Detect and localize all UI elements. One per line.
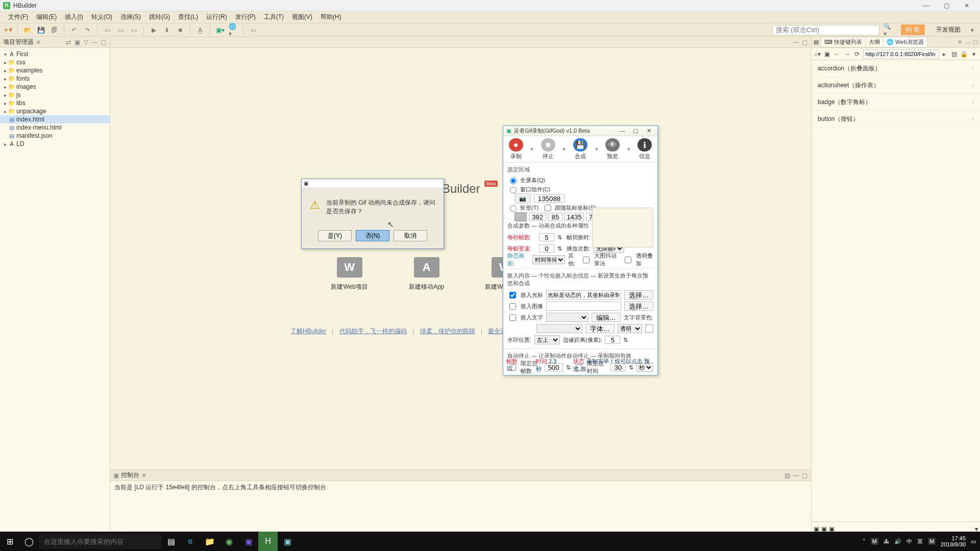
editor-maximize-icon[interactable]: ▢ (801, 39, 808, 46)
tree-item-index-menu.html[interactable]: ▤index-menu.html (0, 123, 110, 132)
menu-运行(R)[interactable]: 运行(R) (202, 13, 231, 21)
margin-input[interactable] (605, 336, 620, 344)
welcome-link-1[interactable]: 代码助手，飞一样的编码 (335, 328, 411, 335)
bgcolor-select[interactable]: 透明 (618, 324, 642, 333)
window-maximize-icon[interactable]: ▢ (936, 2, 957, 9)
save-icon[interactable]: 💾 (36, 26, 45, 35)
menu-发行(P)[interactable]: 发行(P) (231, 13, 260, 21)
browser-back-icon[interactable]: ← (834, 51, 841, 58)
browser-forward-icon[interactable]: → (843, 51, 851, 58)
tree-item-images[interactable]: ▸📁images (0, 83, 110, 91)
color-swatch-icon[interactable] (645, 324, 653, 333)
menu-视图(V)[interactable]: 视图(V) (288, 13, 316, 21)
save-all-icon[interactable]: 🗐 (50, 26, 59, 35)
right-min-icon[interactable]: — (965, 39, 971, 45)
console-max-icon[interactable]: ▢ (801, 472, 808, 479)
console-close-icon[interactable]: ✕ (141, 472, 146, 479)
cursor-hint-input[interactable] (546, 290, 621, 299)
link-editor-icon[interactable]: ⇄ (65, 39, 72, 46)
tool-c-icon[interactable]: ▭ (129, 26, 138, 35)
tree-item-css[interactable]: ▸📁css (0, 58, 110, 66)
gifgod-录制-button[interactable]: ●录制 (506, 138, 525, 160)
hbuilder-taskbar-icon[interactable]: H (258, 532, 278, 551)
tray-up-icon[interactable]: ˄ (863, 538, 866, 545)
welcome-link-0[interactable]: 了解HBuilder (286, 328, 330, 335)
search-dropdown-icon[interactable]: 🔍▾ (884, 26, 893, 35)
component-item-2[interactable]: badge（数字角标）› (812, 94, 980, 111)
text-select2[interactable] (536, 324, 582, 333)
image-path-input[interactable] (546, 302, 621, 311)
font-button[interactable]: 字体… (585, 324, 615, 333)
twisty-icon[interactable]: ▸ (2, 92, 8, 98)
right-tab-0[interactable]: ⌨ 快捷键列表 (821, 37, 866, 47)
cb-bigdither[interactable] (583, 257, 590, 263)
undo-icon[interactable]: ↶ (69, 26, 79, 35)
rect-x-input[interactable] (529, 213, 546, 221)
gifgod-预览-button[interactable]: 👁预览 (603, 138, 622, 160)
modal-cancel-button[interactable]: 取消 (394, 230, 427, 241)
menu-选择(S)[interactable]: 选择(S) (116, 13, 145, 21)
twisty-icon[interactable]: ▸ (2, 84, 8, 90)
gifgod-合成-button[interactable]: 💾合成 (571, 138, 590, 160)
rect-w-input[interactable] (565, 213, 584, 221)
component-item-1[interactable]: actionsheet（操作表）› (812, 77, 980, 94)
browser-chrome-icon[interactable]: 🌐▾ (229, 26, 238, 35)
welcome-link-2[interactable]: 绿柔，保护你的眼睛 (416, 328, 479, 335)
radio-window[interactable] (510, 187, 517, 193)
right-close-icon[interactable]: ✕ (958, 39, 962, 45)
app3-icon[interactable]: ▣ (278, 532, 297, 551)
tree-item-First[interactable]: ▾AFirst (0, 50, 110, 58)
radio-fullscreen[interactable] (510, 178, 517, 184)
twisty-icon[interactable]: ▾ (2, 52, 8, 57)
twisty-icon[interactable]: ▸ (2, 60, 8, 65)
image-select-button[interactable]: 选择… (624, 302, 653, 311)
twisty-icon[interactable]: ▸ (2, 68, 8, 73)
rect-pick-icon[interactable] (514, 212, 527, 221)
console-min-icon[interactable]: — (792, 472, 799, 479)
edge-icon[interactable]: e (181, 532, 200, 551)
gifgod-min-icon[interactable]: — (617, 128, 628, 134)
debug-icon[interactable]: ⬇ (162, 26, 172, 35)
tray-vol-icon[interactable]: 🔊 (894, 538, 901, 545)
menu-工具(T)[interactable]: 工具(T) (260, 13, 288, 21)
project-card-1[interactable]: A新建移动App (409, 257, 444, 291)
editor-minimize-icon[interactable]: — (792, 39, 799, 46)
twisty-icon[interactable]: ▸ (2, 109, 8, 114)
maximize-panel-icon[interactable]: ▢ (100, 39, 107, 46)
cb-follow-mouse[interactable] (545, 205, 551, 211)
tree-item-fonts[interactable]: ▸📁fonts (0, 74, 110, 83)
browser-tool1-icon[interactable]: ▤ (950, 51, 958, 58)
twisty-icon[interactable]: ▸ (2, 76, 8, 82)
framecount-input[interactable] (534, 194, 565, 203)
twisty-icon[interactable]: ▸ (2, 141, 8, 147)
tree-item-LD[interactable]: ▸ALD (0, 140, 110, 148)
tray-ime3-icon[interactable]: M (928, 538, 936, 545)
browser-go-icon[interactable]: ▸ (941, 51, 948, 58)
console-tool-icon[interactable]: ▤ (783, 472, 791, 479)
tray-m-icon[interactable]: M (871, 538, 878, 545)
menu-插入(I)[interactable]: 插入(I) (61, 13, 87, 21)
right-panel-menu-icon[interactable]: ▤ (814, 39, 819, 45)
project-card-0[interactable]: W新建Web项目 (331, 257, 368, 291)
menu-查找(L)[interactable]: 查找(L) (174, 13, 202, 21)
tool-a-icon[interactable]: ▭ (103, 26, 112, 35)
tree-item-index.html[interactable]: ▤index.html (0, 115, 110, 123)
menu-文件(F)[interactable]: 文件(F) (4, 13, 32, 21)
component-item-3[interactable]: button（按钮）› (812, 111, 980, 128)
browser-refresh-icon[interactable]: ⟳ (853, 51, 861, 58)
gifgod-max-icon[interactable]: ▢ (630, 128, 641, 134)
cursor-select-button[interactable]: 选择… (624, 290, 653, 299)
cb-image[interactable] (509, 303, 516, 310)
gifgod-停止-button[interactable]: ■停止 (538, 138, 557, 160)
browser-menu-icon[interactable]: ▾ (970, 51, 978, 58)
text-select[interactable] (546, 313, 589, 322)
gifgod-信息-button[interactable]: ℹ信息 (635, 138, 654, 160)
cb-cursor[interactable] (509, 292, 516, 298)
start-button[interactable]: ⊞ (0, 532, 19, 551)
menu-跳转(G)[interactable]: 跳转(G) (145, 13, 174, 21)
browser-home-icon[interactable]: ⌂▾ (814, 51, 821, 58)
run-icon[interactable]: ▶ (149, 26, 158, 35)
perspective-selector[interactable]: 开发视图 (933, 24, 964, 35)
menu-帮助(H)[interactable]: 帮助(H) (316, 13, 346, 21)
perspective-menu-icon[interactable]: ▾ (968, 26, 977, 35)
